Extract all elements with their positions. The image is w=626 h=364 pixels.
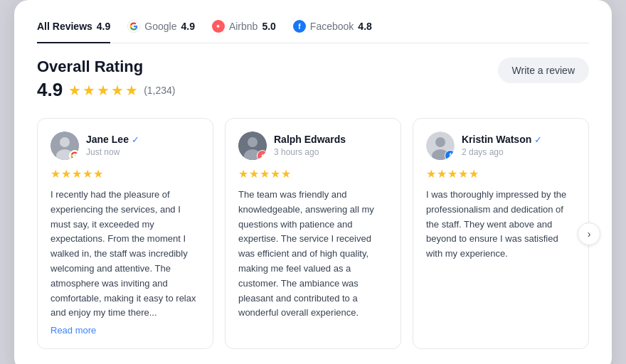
- overall-rating-section: Overall Rating 4.9 ★ ★ ★ ★ ★ (1,234) Wri…: [37, 58, 589, 101]
- review-text-2: The team was friendly and knowledgeable,…: [238, 188, 388, 321]
- platform-badge-3: f: [445, 150, 455, 160]
- review-stars-2: ★ ★ ★ ★ ★: [238, 167, 388, 181]
- reviewer-name-3: Kristin Watson: [462, 134, 531, 145]
- reviewer-info-2: Ralph Edwards 3 hours ago: [274, 134, 388, 158]
- read-more-link-1[interactable]: Read more: [51, 325, 200, 336]
- reviews-widget: All Reviews 4.9 Google 4.9 ✦ Airbnb 5.0 …: [14, 0, 612, 364]
- airbnb-icon: ✦: [212, 20, 225, 33]
- review-stars-1: ★ ★ ★ ★ ★: [51, 167, 200, 181]
- review-card-2: ✦ Ralph Edwards 3 hours ago ★ ★ ★ ★ ★ Th…: [225, 118, 401, 349]
- review-card-3: f Kristin Watson ✓ 2 days ago ★ ★ ★ ★ ★: [413, 118, 589, 349]
- tab-all[interactable]: All Reviews 4.9: [37, 21, 110, 43]
- star-5: ★: [125, 82, 138, 99]
- reviewer-header-2: ✦ Ralph Edwards 3 hours ago: [238, 132, 388, 160]
- tab-facebook-label: Facebook: [310, 21, 354, 32]
- review-time-3: 2 days ago: [462, 147, 504, 157]
- next-button[interactable]: ›: [578, 223, 600, 245]
- review-text-1: I recently had the pleasure of experienc…: [51, 188, 200, 321]
- reviewer-name-2: Ralph Edwards: [274, 134, 346, 145]
- reviewer-info-3: Kristin Watson ✓ 2 days ago: [462, 134, 575, 158]
- svg-point-8: [435, 137, 445, 147]
- rating-row: 4.9 ★ ★ ★ ★ ★ (1,234): [37, 79, 176, 101]
- review-time-1: Just now: [86, 147, 120, 157]
- verified-icon-3: ✓: [534, 134, 542, 145]
- verified-icon-1: ✓: [132, 134, 139, 145]
- rating-left: Overall Rating 4.9 ★ ★ ★ ★ ★ (1,234): [37, 58, 176, 101]
- tab-facebook[interactable]: f Facebook 4.8: [293, 20, 372, 33]
- star-2: ★: [83, 82, 95, 99]
- tab-bar: All Reviews 4.9 Google 4.9 ✦ Airbnb 5.0 …: [37, 20, 589, 43]
- write-review-button[interactable]: Write a review: [498, 58, 589, 83]
- overall-rating-title: Overall Rating: [37, 58, 176, 76]
- star-4: ★: [111, 82, 124, 99]
- star-1: ★: [68, 82, 81, 99]
- reviewer-name-1: Jane Lee: [86, 134, 129, 145]
- reviewer-name-row-3: Kristin Watson ✓: [462, 134, 575, 145]
- reviews-grid: Jane Lee ✓ Just now ★ ★ ★ ★ ★ I recently…: [37, 118, 589, 349]
- review-card-1: Jane Lee ✓ Just now ★ ★ ★ ★ ★ I recently…: [37, 118, 213, 349]
- reviewer-name-row-2: Ralph Edwards: [274, 134, 388, 145]
- avatar-2: ✦: [238, 132, 267, 160]
- tab-google-rating: 4.9: [181, 21, 194, 32]
- svg-point-1: [60, 137, 70, 147]
- tab-airbnb-label: Airbnb: [229, 21, 258, 32]
- avatar-1: [51, 132, 79, 160]
- svg-point-5: [248, 137, 258, 147]
- review-stars-3: ★ ★ ★ ★ ★: [426, 167, 575, 181]
- tab-google[interactable]: Google 4.9: [127, 20, 195, 33]
- reviewer-info-1: Jane Lee ✓ Just now: [86, 134, 200, 158]
- review-time-2: 3 hours ago: [274, 147, 319, 157]
- tab-facebook-rating: 4.8: [358, 21, 371, 32]
- reviewer-header-1: Jane Lee ✓ Just now: [51, 132, 200, 160]
- tab-all-label: All Reviews: [37, 21, 92, 32]
- overall-review-count: (1,234): [144, 85, 175, 96]
- facebook-icon: f: [293, 20, 306, 33]
- avatar-3: f: [426, 132, 455, 160]
- tab-all-rating: 4.9: [97, 21, 110, 32]
- platform-badge-2: ✦: [257, 150, 267, 160]
- star-3: ★: [97, 82, 110, 99]
- overall-rating-number: 4.9: [37, 79, 63, 101]
- review-text-3: I was thoroughly impressed by the profes…: [426, 188, 575, 262]
- tab-google-label: Google: [144, 21, 176, 32]
- google-icon: [127, 20, 140, 33]
- overall-stars: ★ ★ ★ ★ ★: [68, 82, 138, 99]
- platform-badge-1: [69, 150, 79, 160]
- reviewer-header-3: f Kristin Watson ✓ 2 days ago: [426, 132, 575, 160]
- reviewer-name-row-1: Jane Lee ✓: [86, 134, 200, 145]
- tab-airbnb[interactable]: ✦ Airbnb 5.0: [212, 20, 276, 33]
- tab-airbnb-rating: 5.0: [262, 21, 275, 32]
